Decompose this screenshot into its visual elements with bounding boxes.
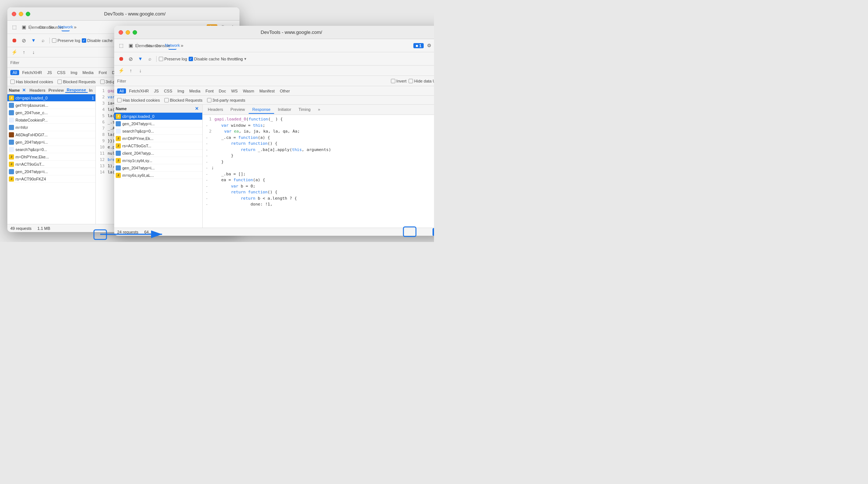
request-item-0-back[interactable]: J cb=gapi.loaded_0 1 [7, 94, 95, 102]
request-item-5-back[interactable]: A6DkqFxHDGl7... [7, 131, 95, 138]
filter-all-back[interactable]: All [10, 70, 19, 75]
filter-font-front[interactable]: Font [203, 88, 216, 94]
minimize-button-back[interactable] [19, 12, 23, 16]
response-tab-front[interactable]: Response [249, 106, 274, 114]
throttle-select-front[interactable]: No throttling ▼ [221, 57, 247, 61]
device-icon-front[interactable]: ▣ [127, 42, 135, 50]
blocked-cookies-checkbox-back[interactable] [10, 80, 15, 84]
preserve-log-check-front[interactable]: Preserve log [159, 57, 187, 61]
request-item-2-front[interactable]: search?q&cp=0... [114, 127, 202, 135]
cursor-icon[interactable]: ⬚ [10, 23, 18, 31]
preview-tab-back[interactable]: Preview [47, 88, 65, 92]
hide-data-urls-check-front[interactable]: Hide data URLs [409, 79, 434, 83]
filter-all-front[interactable]: All [117, 88, 126, 94]
request-item-3-front[interactable]: J m=DhPYme,Ek... [114, 135, 202, 142]
filter-wasm-front[interactable]: Wasm [241, 88, 256, 94]
initiator-tab-front[interactable]: Initiator [274, 106, 295, 114]
invert-checkbox-front[interactable] [391, 79, 395, 83]
blocked-requests-checkbox-back[interactable] [57, 80, 62, 84]
filter-img-back[interactable]: Img [69, 70, 80, 75]
tab-network-front[interactable]: Network [168, 42, 176, 50]
request-item-3-back[interactable]: RotateCookiesP... [7, 116, 95, 124]
close-column-icon[interactable]: ✕ [22, 88, 26, 93]
maximize-button-back[interactable] [26, 12, 30, 16]
filter-fetch-xhr-back[interactable]: Fetch/XHR [20, 70, 44, 75]
request-item-6-back[interactable]: gen_204?atyp=i... [7, 138, 95, 146]
filter-css-back[interactable]: CSS [55, 70, 68, 75]
filter-icon-back[interactable]: ▼ [29, 36, 38, 45]
request-item-4-front[interactable]: J rs=ACT9oGsT... [114, 142, 202, 150]
timing-tab-front[interactable]: Timing [295, 106, 314, 114]
request-item-7-back[interactable]: search?q&cp=0... [7, 146, 95, 153]
request-item-4-back[interactable]: m=hfcr [7, 124, 95, 131]
search-icon-front[interactable]: ⌕ [146, 55, 154, 63]
request-item-0-front[interactable]: J cb=gapi.loaded_0 [114, 113, 202, 120]
more-tabs-icon[interactable]: » [71, 23, 79, 31]
request-item-8-front[interactable]: J m=sy6s,sy6t,aL... [114, 172, 202, 179]
preview-tab-front[interactable]: Preview [227, 106, 249, 114]
format-button-front[interactable]: {} [433, 228, 434, 236]
upload-icon[interactable]: ↑ [20, 48, 28, 56]
minimize-button-front[interactable] [126, 30, 130, 35]
preserve-log-check-back[interactable]: Preserve log [52, 38, 80, 43]
preserve-log-checkbox-back[interactable] [52, 38, 56, 43]
filter-icon-front[interactable]: ▼ [136, 55, 144, 63]
close-button-front[interactable] [119, 30, 123, 35]
filter-fetch-xhr-front[interactable]: Fetch/XHR [127, 88, 151, 94]
headers-tab-front[interactable]: Headers [204, 106, 227, 114]
download-icon[interactable]: ↓ [29, 48, 38, 56]
blocked-cookies-check-back[interactable]: Has blocked cookies [10, 80, 53, 84]
third-party-checkbox-back[interactable] [100, 80, 105, 84]
filter-js-front[interactable]: JS [152, 88, 161, 94]
in-tab-back[interactable]: In [88, 88, 94, 92]
third-party-check-front[interactable]: 3rd-party requests [207, 98, 245, 102]
filter-doc-front[interactable]: Doc [217, 88, 228, 94]
filter-ws-front[interactable]: WS [229, 88, 240, 94]
wifi-icon-front[interactable]: ⚡ [117, 67, 125, 75]
filter-img-front[interactable]: Img [175, 88, 186, 94]
block-button-front[interactable]: ⊘ [127, 55, 135, 63]
block-button-back[interactable]: ⊘ [20, 36, 28, 45]
close-column-icon-front[interactable]: ✕ [195, 106, 199, 111]
disable-cache-checkbox-front[interactable]: ✓ [189, 57, 193, 61]
record-button-front[interactable]: ⏺ [117, 55, 125, 63]
request-item-9-back[interactable]: J rs=ACT9oGsT... [7, 161, 95, 168]
filter-manifest-front[interactable]: Manifest [257, 88, 277, 94]
filter-css-front[interactable]: CSS [162, 88, 175, 94]
request-item-8-back[interactable]: J m=DhPYme,Eke... [7, 153, 95, 161]
request-item-11-back[interactable]: J rs=ACT90oFKZ4 [7, 175, 95, 183]
request-item-2-back[interactable]: gen_204?use_c... [7, 109, 95, 116]
preserve-log-checkbox-front[interactable] [159, 57, 163, 61]
filter-font-back[interactable]: Font [97, 70, 109, 75]
close-button-back[interactable] [12, 12, 16, 16]
third-party-checkbox-front[interactable] [207, 98, 211, 102]
search-icon-back[interactable]: ⌕ [39, 36, 47, 45]
request-item-5-front[interactable]: client_204?atyp... [114, 150, 202, 157]
request-item-10-back[interactable]: gen_204?atyp=i... [7, 168, 95, 175]
more-tabs-front[interactable]: » [314, 106, 324, 114]
disable-cache-check-back[interactable]: ✓ Disable cache [82, 38, 113, 43]
disable-cache-check-front[interactable]: ✓ Disable cache [189, 57, 220, 61]
request-item-6-front[interactable]: J m=sy1r,sybt,sy... [114, 157, 202, 164]
hide-data-urls-checkbox-front[interactable] [409, 79, 413, 83]
more-tabs-icon-front[interactable]: » [178, 42, 186, 50]
disable-cache-checkbox-back[interactable]: ✓ [82, 38, 86, 43]
blocked-requests-check-back[interactable]: Blocked Requests [57, 80, 96, 84]
blocked-cookies-checkbox-front[interactable] [117, 98, 122, 102]
wifi-icon[interactable]: ⚡ [10, 48, 18, 56]
request-item-1-front[interactable]: gen_204?atyp=i... [114, 120, 202, 127]
filter-other-front[interactable]: Other [277, 88, 292, 94]
invert-check-front[interactable]: Invert [391, 79, 407, 83]
blocked-cookies-check-front[interactable]: Has blocked cookies [117, 98, 160, 102]
record-button-back[interactable]: ⏺ [10, 36, 18, 45]
filter-media-back[interactable]: Media [80, 70, 96, 75]
response-tab-back[interactable]: Response [65, 88, 88, 93]
download-icon-front[interactable]: ↓ [136, 67, 144, 75]
request-item-7-front[interactable]: gen_204?atyp=i... [114, 164, 202, 172]
blocked-requests-checkbox-front[interactable] [164, 98, 169, 102]
blocked-requests-check-front[interactable]: Blocked Requests [164, 98, 203, 102]
settings-icon-front[interactable]: ⚙ [425, 42, 433, 50]
tab-network[interactable]: Network [62, 23, 70, 31]
maximize-button-front[interactable] [133, 30, 137, 35]
headers-tab-back[interactable]: Headers [28, 88, 47, 92]
